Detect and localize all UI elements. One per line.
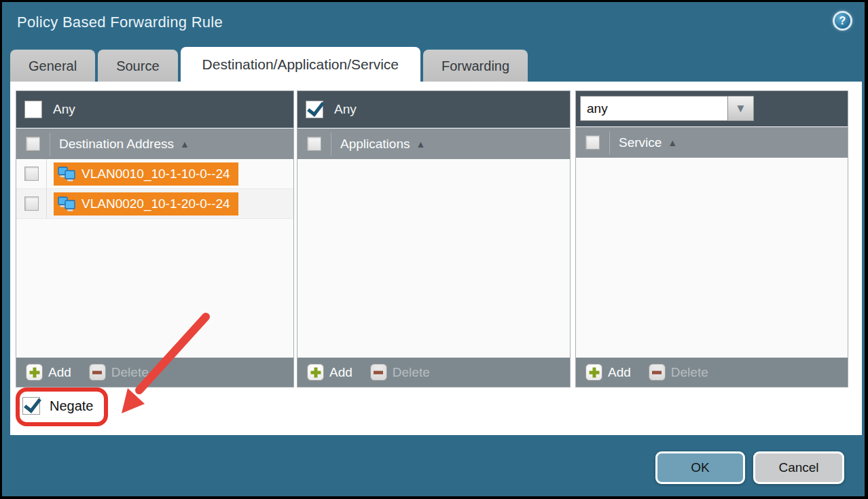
service-dropdown-input[interactable] (580, 96, 728, 121)
chevron-down-icon: ▼ (735, 103, 746, 114)
tab-general[interactable]: General (10, 50, 95, 82)
negate-checkbox[interactable] (22, 397, 40, 415)
table-row[interactable]: VLAN0020_10-1-20-0--24 (16, 189, 293, 219)
destination-toolbar: Add Delete (16, 357, 293, 387)
delete-button[interactable]: Delete (370, 364, 430, 381)
tab-destination-application-service[interactable]: Destination/Application/Service (181, 47, 421, 82)
address-chip-label: VLAN0020_10-1-20-0--24 (82, 196, 230, 211)
add-button[interactable]: Add (307, 364, 352, 381)
add-icon (307, 364, 324, 381)
negate-label: Negate (50, 398, 94, 414)
add-button[interactable]: Add (585, 364, 631, 381)
service-sort-header[interactable]: Service ▲ (619, 135, 677, 150)
tab-forwarding[interactable]: Forwarding (423, 50, 528, 82)
applications-toolbar: Add Delete (297, 357, 570, 387)
applications-any-header: Any (297, 91, 570, 128)
row-checkbox[interactable] (24, 167, 39, 181)
header-divider (50, 133, 50, 156)
service-column-title: Service (619, 135, 662, 150)
destination-address-panel: Any Destination Address ▲ (16, 90, 294, 388)
tab-bar: General Source Destination/Application/S… (10, 44, 528, 82)
destination-any-label: Any (53, 102, 75, 117)
applications-select-all-checkbox[interactable] (307, 137, 321, 151)
destination-select-all-checkbox[interactable] (26, 137, 40, 151)
row-checkbox[interactable] (24, 196, 39, 211)
applications-list (297, 159, 570, 357)
applications-any-checkbox[interactable] (306, 101, 323, 118)
applications-column-title: Applications (340, 137, 410, 152)
network-address-icon (58, 196, 76, 212)
delete-button[interactable]: Delete (89, 364, 149, 381)
address-chip-label: VLAN0010_10-1-10-0--24 (82, 167, 230, 182)
delete-icon (649, 364, 666, 381)
ok-button[interactable]: OK (655, 451, 745, 484)
applications-column-header: Applications ▲ (297, 128, 570, 159)
service-dropdown-row: ▼ (576, 91, 848, 126)
address-chip: VLAN0020_10-1-20-0--24 (54, 192, 238, 216)
header-divider (331, 133, 331, 156)
applications-panel: Any Applications ▲ Add Delete (297, 90, 571, 388)
header-divider (609, 131, 610, 154)
sort-asc-icon: ▲ (180, 139, 189, 149)
service-column-header: Service ▲ (576, 126, 848, 158)
destination-any-checkbox[interactable] (24, 101, 42, 118)
dialog-titlebar: Policy Based Forwarding Rule ? (2, 2, 865, 44)
destination-column-header: Destination Address ▲ (16, 128, 293, 159)
pbf-rule-dialog: Policy Based Forwarding Rule ? General S… (2, 2, 865, 496)
delete-icon (370, 364, 387, 381)
service-toolbar: Add Delete (576, 357, 848, 387)
delete-icon (89, 364, 106, 381)
network-address-icon (58, 166, 76, 182)
service-list (576, 158, 848, 357)
applications-any-label: Any (334, 102, 357, 117)
cancel-button[interactable]: Cancel (753, 451, 844, 484)
sort-asc-icon: ▲ (416, 139, 425, 149)
applications-sort-header[interactable]: Applications ▲ (340, 137, 425, 152)
service-dropdown-button[interactable]: ▼ (728, 96, 754, 121)
help-icon[interactable]: ? (833, 11, 852, 31)
dialog-title: Policy Based Forwarding Rule (17, 14, 223, 31)
add-button[interactable]: Add (26, 364, 71, 381)
destination-column-title: Destination Address (59, 137, 174, 152)
destination-sort-header[interactable]: Destination Address ▲ (59, 137, 189, 152)
table-row[interactable]: VLAN0010_10-1-10-0--24 (16, 159, 293, 189)
address-chip: VLAN0010_10-1-10-0--24 (54, 162, 238, 186)
destination-list: VLAN0010_10-1-10-0--24 VLAN (16, 159, 293, 357)
add-icon (26, 364, 43, 381)
sort-asc-icon: ▲ (668, 138, 677, 148)
tab-content: Any Destination Address ▲ (10, 82, 862, 435)
service-panel: ▼ Service ▲ Add Delete (575, 90, 848, 388)
service-select-all-checkbox[interactable] (585, 135, 600, 150)
add-icon (585, 364, 602, 381)
destination-any-header: Any (16, 91, 293, 128)
delete-button[interactable]: Delete (649, 364, 708, 381)
negate-control: Negate (22, 397, 94, 415)
tab-source[interactable]: Source (98, 50, 177, 82)
